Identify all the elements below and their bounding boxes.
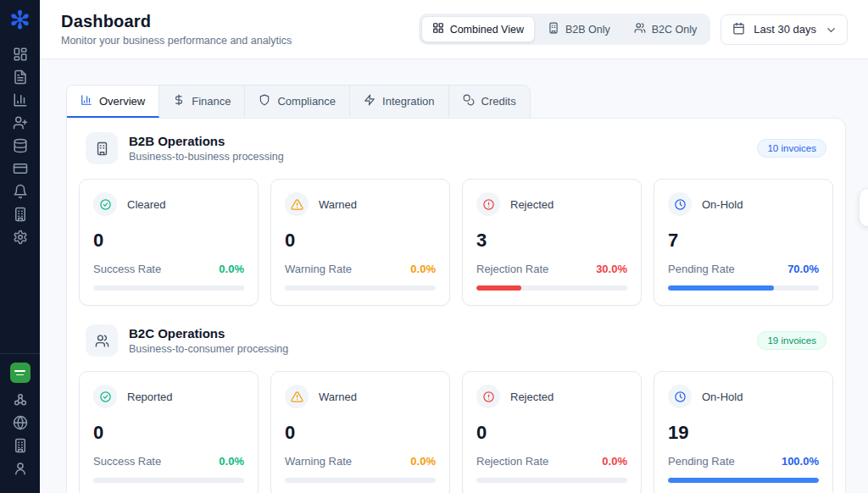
coins-icon	[463, 94, 475, 108]
sidebar-item-dashboard[interactable]	[8, 44, 33, 67]
stat-label: On-Hold	[702, 198, 743, 211]
b2c-only-button[interactable]: B2C Only	[623, 16, 709, 42]
alert-circle-icon	[476, 385, 500, 408]
globe-icon	[13, 415, 28, 434]
document-icon	[13, 69, 28, 88]
page-header: Dashboard Monitor your business performa…	[40, 0, 868, 59]
invoice-count-badge: 10 invoices	[757, 139, 826, 158]
sidebar-item-documents[interactable]	[8, 67, 33, 90]
rate-value: 0.0%	[410, 455, 436, 468]
sidebar-item-network[interactable]	[8, 390, 33, 413]
invoice-count-badge: 19 invoices	[757, 331, 826, 350]
chevron-down-icon	[825, 24, 836, 35]
sidebar-item-notifications[interactable]	[8, 181, 33, 204]
rate-value: 0.0%	[219, 455, 244, 468]
stat-value: 0	[476, 422, 627, 444]
rate-label: Warning Rate	[285, 455, 352, 468]
tab-credits-label: Credits	[481, 95, 516, 108]
sidebar-divider	[0, 353, 40, 354]
clock-icon	[668, 385, 692, 408]
stat-card-rejected: Rejected 0 Rejection Rate0.0%	[462, 371, 642, 493]
credit-card-icon	[13, 161, 28, 180]
bell-icon	[13, 184, 28, 202]
cluster-nodes-icon	[13, 392, 28, 411]
stat-value: 19	[668, 422, 819, 444]
progress-fill	[668, 478, 819, 483]
stat-card-warned: Warned 0 Warning Rate0.0%	[270, 179, 450, 306]
progress-fill	[476, 285, 521, 291]
section-subtitle: Business-to-business processing	[129, 151, 284, 163]
stat-value: 0	[285, 230, 436, 252]
view-toggle-group: Combined View B2B Only B2C Only	[419, 14, 711, 45]
users-icon	[86, 324, 118, 357]
stat-card-on-hold: On-Hold 7 Pending Rate70.0%	[654, 179, 833, 306]
stat-label: Warned	[319, 198, 357, 211]
date-range-label: Last 30 days	[754, 23, 816, 36]
section-title: B2C Operations	[129, 326, 288, 341]
b2b-only-label: B2B Only	[565, 24, 610, 36]
rate-value: 0.0%	[602, 455, 627, 468]
combined-view-button[interactable]: Combined View	[421, 16, 535, 42]
stat-card-on-hold: On-Hold 19 Pending Rate100.0%	[654, 371, 833, 493]
sidebar-item-database[interactable]	[8, 136, 33, 158]
check-circle-icon	[93, 385, 117, 408]
stat-label: Rejected	[510, 198, 554, 211]
sidebar: ✻	[0, 0, 40, 493]
section-title: B2B Operations	[129, 134, 284, 148]
header-titles: Dashboard Monitor your business performa…	[61, 12, 292, 47]
stat-value: 0	[285, 422, 436, 444]
overview-panel: B2B Operations Business-to-business proc…	[66, 118, 846, 493]
progress-track	[476, 478, 627, 483]
saudi-flag-icon[interactable]	[10, 363, 31, 383]
rate-value: 70.0%	[787, 263, 819, 275]
page-subtitle: Monitor your business performance and an…	[61, 35, 292, 47]
dollar-icon	[173, 94, 185, 108]
users-icon	[634, 22, 646, 36]
user-plus-icon	[13, 115, 28, 134]
rate-label: Pending Rate	[668, 263, 735, 275]
sidebar-item-settings[interactable]	[8, 227, 33, 250]
tab-integration-label: Integration	[382, 95, 434, 108]
check-circle-icon	[93, 192, 117, 216]
tab-credits[interactable]: Credits	[449, 86, 530, 118]
stat-label: Warned	[319, 391, 357, 403]
stat-label: On-Hold	[702, 391, 743, 403]
b2b-section-header: B2B Operations Business-to-business proc…	[77, 130, 835, 164]
sidebar-item-globe[interactable]	[8, 413, 33, 435]
stat-value: 7	[668, 230, 819, 252]
zap-icon	[364, 94, 376, 108]
date-range-selector[interactable]: Last 30 days	[721, 14, 848, 45]
sidebar-item-company[interactable]	[8, 435, 33, 458]
bar-chart-icon	[13, 92, 28, 111]
content-shell: Dashboard Monitor your business performa…	[40, 0, 868, 493]
user-icon	[13, 461, 28, 479]
sidebar-item-analytics[interactable]	[8, 90, 33, 113]
sidebar-item-billing[interactable]	[8, 158, 33, 181]
edge-drawer-handle[interactable]	[859, 188, 868, 227]
b2b-cards-row: Cleared 0 Success Rate0.0% Warned 0 Warn…	[77, 179, 835, 306]
building-icon	[548, 22, 559, 36]
page-title: Dashboard	[61, 12, 292, 31]
b2c-section-header: B2C Operations Business-to-consumer proc…	[77, 323, 835, 357]
stat-value: 3	[476, 230, 627, 252]
tab-finance[interactable]: Finance	[159, 86, 245, 118]
progress-track	[476, 285, 627, 291]
stat-label: Reported	[127, 391, 172, 403]
sidebar-item-profile[interactable]	[8, 458, 33, 481]
rate-label: Rejection Rate	[476, 455, 548, 468]
calendar-icon	[732, 22, 745, 37]
header-controls: Combined View B2B Only B2C Only Last 30 …	[419, 14, 848, 45]
tab-compliance-label: Compliance	[277, 95, 336, 108]
shield-icon	[259, 94, 270, 108]
sidebar-item-organization[interactable]	[8, 204, 33, 227]
tab-overview[interactable]: Overview	[67, 86, 159, 118]
building-icon	[13, 207, 28, 225]
sidebar-item-add-user[interactable]	[8, 113, 33, 136]
tab-compliance[interactable]: Compliance	[245, 86, 350, 118]
database-icon	[13, 138, 28, 157]
b2b-only-button[interactable]: B2B Only	[537, 16, 621, 42]
rate-value: 100.0%	[782, 455, 819, 468]
app-logo[interactable]: ✻	[7, 7, 34, 34]
rate-label: Success Rate	[93, 455, 161, 468]
tab-integration[interactable]: Integration	[350, 86, 448, 118]
